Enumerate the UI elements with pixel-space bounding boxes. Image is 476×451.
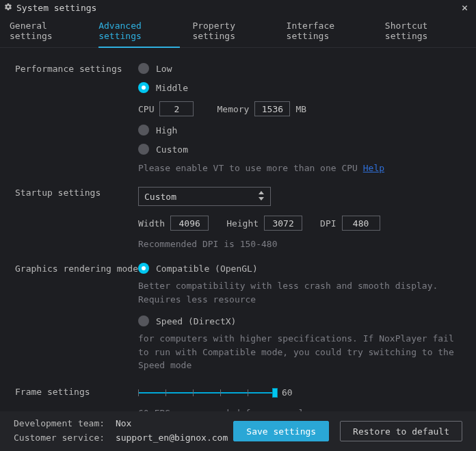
dpi-input[interactable] [342, 216, 380, 231]
startup-select-value: Custom [144, 192, 176, 202]
content: Performance settings Low Middle CPU Memo… [0, 48, 476, 420]
tab-general[interactable]: General settings [10, 21, 86, 47]
gear-icon [4, 3, 12, 13]
radio-speed[interactable] [138, 315, 149, 326]
window-title: System settings [16, 3, 96, 13]
fps-slider-thumb[interactable] [272, 388, 278, 398]
tabs: General settings Advanced settings Prope… [0, 15, 476, 48]
tab-property[interactable]: Property settings [192, 21, 274, 47]
compatible-hint: Better compatibility with less crash and… [138, 279, 461, 306]
chevron-updown-icon [258, 191, 265, 202]
titlebar: System settings ✕ [0, 0, 476, 15]
memory-input[interactable] [254, 101, 290, 116]
save-button[interactable]: Save settings [233, 421, 329, 441]
cpu-input[interactable] [159, 101, 194, 116]
tab-shortcut[interactable]: Shortcut settings [385, 21, 466, 47]
graphics-label: Graphics rendering mode [15, 263, 138, 382]
close-icon[interactable]: ✕ [458, 1, 472, 14]
dev-team-value: Nox [116, 418, 131, 428]
tab-advanced[interactable]: Advanced settings [98, 21, 180, 48]
height-label: Height [226, 218, 259, 229]
memory-label: Memory [217, 104, 249, 114]
startup-select[interactable]: Custom [138, 187, 271, 206]
radio-custom-label: Custom [156, 144, 188, 155]
cs-value: support_en@bignox.com [116, 433, 228, 443]
startup-label: Startup settings [15, 187, 138, 256]
fps-slider[interactable] [138, 386, 275, 400]
width-input[interactable] [170, 216, 209, 231]
radio-low[interactable] [138, 63, 149, 74]
radio-middle-label: Middle [156, 83, 188, 93]
cpu-label: CPU [138, 104, 154, 114]
radio-custom[interactable] [138, 144, 149, 155]
radio-compatible-label: Compatible (OpenGL) [156, 263, 258, 274]
radio-low-label: Low [156, 64, 172, 74]
help-link[interactable]: Help [363, 163, 384, 173]
radio-middle[interactable] [138, 82, 149, 93]
footer: Development team: Nox Customer service: … [0, 411, 476, 451]
dpi-label: DPI [320, 218, 336, 229]
height-input[interactable] [264, 216, 302, 231]
speed-hint: for computers with higher specifications… [138, 332, 461, 372]
radio-compatible[interactable] [138, 263, 149, 274]
performance-label: Performance settings [15, 63, 138, 180]
memory-unit: MB [295, 104, 306, 114]
dpi-hint: Recommended DPI is 150-480 [138, 239, 461, 249]
radio-high[interactable] [138, 125, 149, 136]
radio-speed-label: Speed (DirectX) [156, 316, 236, 326]
radio-high-label: High [156, 125, 177, 136]
fps-value: 60 [282, 387, 293, 398]
vt-hint: Please enable VT to use more than one CP… [138, 163, 363, 173]
tab-interface[interactable]: Interface settings [287, 21, 373, 47]
cs-label: Customer service: [14, 433, 105, 443]
width-label: Width [138, 218, 165, 229]
restore-button[interactable]: Restore to default [340, 421, 462, 441]
dev-team-label: Development team: [14, 418, 105, 428]
